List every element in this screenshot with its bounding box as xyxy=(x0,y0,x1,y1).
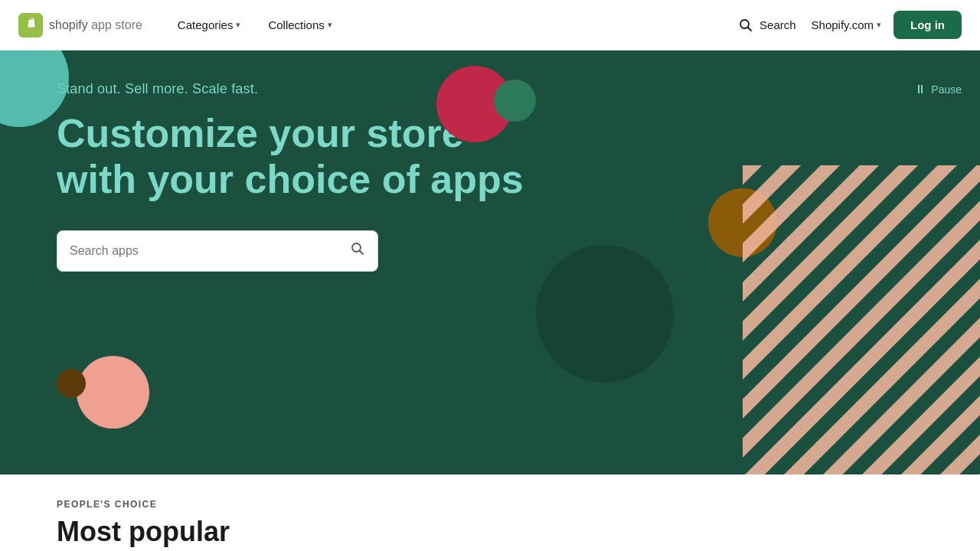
search-button[interactable]: Search xyxy=(735,11,799,39)
search-apps-icon[interactable] xyxy=(350,241,365,260)
search-icon xyxy=(738,18,753,33)
search-apps-input[interactable] xyxy=(70,244,342,258)
nav-categories-label: Categories xyxy=(178,18,234,31)
brand-sub: app store xyxy=(88,18,142,31)
hero-section: ⏸ Pause Stand out. Sell more. Scale fast… xyxy=(0,51,980,474)
salmon-circle-decoration xyxy=(77,356,149,429)
nav-collections[interactable]: Collections ▾ xyxy=(257,12,342,37)
stripes-decoration xyxy=(743,165,980,474)
svg-line-2 xyxy=(748,27,752,31)
pause-label: Pause xyxy=(931,83,962,96)
navbar-right: Search Shopify.com ▾ Log in xyxy=(735,11,962,39)
hero-title-line1: Customize your store xyxy=(57,111,464,155)
dark-small-circle-decoration xyxy=(57,369,86,398)
login-button[interactable]: Log in xyxy=(893,11,962,39)
brand-text: shopify app store xyxy=(49,18,142,32)
shopifycom-label: Shopify.com xyxy=(812,18,874,31)
brand-name: shopify xyxy=(49,18,88,31)
svg-line-7 xyxy=(360,251,364,255)
pause-icon: ⏸ xyxy=(914,83,926,96)
nav-menu: Categories ▾ Collections ▾ xyxy=(167,12,735,37)
below-hero-section: PEOPLE'S CHOICE Most popular xyxy=(0,474,980,548)
shopifycom-link[interactable]: Shopify.com ▾ xyxy=(812,18,881,31)
hero-search-bar xyxy=(57,230,378,272)
nav-categories[interactable]: Categories ▾ xyxy=(167,12,252,37)
login-label: Log in xyxy=(910,18,945,31)
nav-collections-label: Collections xyxy=(268,18,324,31)
search-label: Search xyxy=(760,18,796,31)
logo-link[interactable]: shopify app store xyxy=(18,13,142,37)
svg-rect-5 xyxy=(743,165,980,474)
collections-chevron-icon: ▾ xyxy=(328,20,332,30)
pause-button[interactable]: ⏸ Pause xyxy=(914,83,962,96)
shopifycom-chevron-icon: ▾ xyxy=(877,20,881,30)
section-title: Most popular xyxy=(57,516,923,548)
dark-bg-circle-decoration xyxy=(536,245,674,383)
categories-chevron-icon: ▾ xyxy=(236,20,240,30)
navbar: shopify app store Categories ▾ Collectio… xyxy=(0,0,980,51)
hero-title-line2: with your choice of apps xyxy=(57,157,524,201)
section-label: PEOPLE'S CHOICE xyxy=(57,499,923,510)
green-circle-decoration xyxy=(494,80,536,122)
shopify-bag-icon xyxy=(18,13,43,37)
